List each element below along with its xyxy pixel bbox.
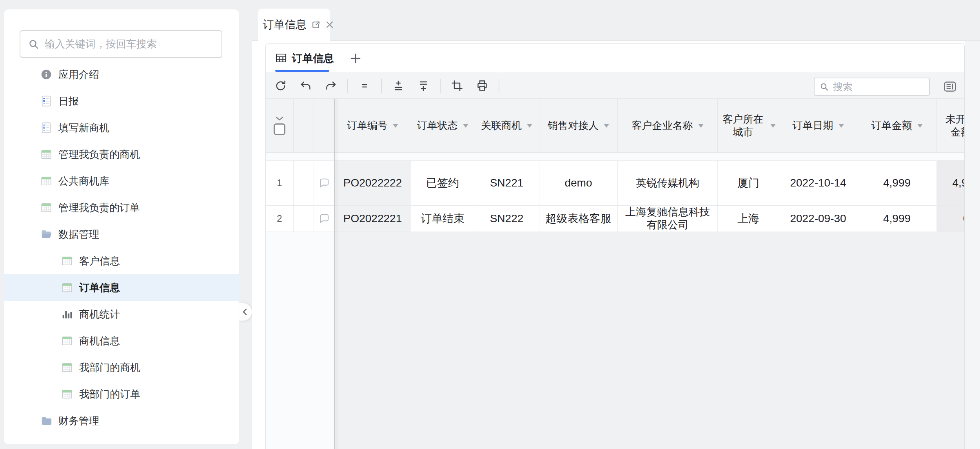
column-header-uninvoiced-amount[interactable]: 未开票金额	[937, 99, 965, 153]
frozen-row-gap	[266, 153, 964, 161]
table-row: 2 PO2022221 订单结束 SN222 超级表格客服 上海复驰信息科技有限…	[266, 206, 964, 232]
sidebar-item-label: 我部门的订单	[79, 387, 140, 401]
data-grid: 订单编号 订单状态 关联商机 销售对接人 客户企业名称 客户所在城市	[266, 99, 964, 449]
column-header-city[interactable]: 客户所在城市	[718, 99, 779, 153]
cell-city[interactable]: 厦门	[718, 161, 779, 206]
sidebar-item-dept-opportunities[interactable]: 我部门的商机	[4, 354, 239, 381]
sidebar-item-opportunity-info[interactable]: 商机信息	[4, 328, 239, 354]
sidebar-item-order-info[interactable]: 订单信息	[4, 274, 239, 301]
cell-order-no[interactable]: PO2022222	[334, 161, 411, 206]
sidebar-item-daily-report[interactable]: 日报	[4, 88, 239, 114]
sidebar-item-label: 数据管理	[58, 228, 99, 241]
crop-button[interactable]	[448, 77, 466, 94]
column-header-opportunity[interactable]: 关联商机	[474, 99, 539, 153]
refresh-button[interactable]	[272, 77, 289, 94]
insert-row-below-button[interactable]	[415, 77, 432, 94]
header-row: 订单编号 订单状态 关联商机 销售对接人 客户企业名称 客户所在城市	[266, 99, 964, 153]
cell-order-amount[interactable]: 4,999	[857, 161, 937, 206]
sidebar-item-customer-info[interactable]: 客户信息	[4, 248, 239, 274]
sidebar-search[interactable]	[20, 30, 222, 58]
table-icon	[60, 360, 74, 375]
sidebar-item-my-opportunities[interactable]: 管理我负责的商机	[4, 141, 239, 168]
table-icon	[39, 201, 53, 215]
sheet-tab-label: 订单信息	[292, 51, 334, 65]
sheet-tab-bar: 订单信息	[266, 44, 964, 73]
column-header-order-no[interactable]: 订单编号	[334, 99, 411, 153]
table-icon	[39, 174, 53, 188]
close-icon[interactable]	[325, 20, 334, 29]
column-header-order-amount[interactable]: 订单金额	[857, 99, 937, 153]
insert-row-above-button[interactable]	[390, 77, 407, 94]
chevron-left-icon	[241, 308, 250, 316]
sidebar-item-label: 应用介绍	[58, 68, 99, 81]
cell-opportunity[interactable]: SN222	[474, 206, 539, 232]
open-in-new-icon[interactable]	[311, 20, 321, 30]
cell-order-status[interactable]: 已签约	[411, 161, 474, 206]
sidebar-item-data-management[interactable]: 数据管理	[4, 221, 239, 248]
cell-opportunity[interactable]: SN221	[474, 161, 539, 206]
cell-company[interactable]: 英锐传媒机构	[618, 161, 718, 206]
chevron-down-icon	[275, 116, 284, 121]
cell-uninvoiced-amount[interactable]: 0	[937, 206, 965, 232]
sidebar-item-label: 管理我负责的订单	[58, 201, 140, 215]
plus-icon	[350, 53, 361, 64]
expand-cell[interactable]	[294, 161, 314, 206]
sort-caret-icon	[463, 124, 468, 128]
select-all-header[interactable]	[266, 99, 294, 153]
window-tab-title: 订单信息	[263, 17, 307, 32]
cell-order-no[interactable]: PO2022221	[334, 206, 411, 232]
sidebar-search-input[interactable]	[45, 38, 221, 50]
folder-open-icon	[39, 227, 53, 241]
undo-button[interactable]	[297, 77, 314, 94]
formula-button[interactable]	[356, 77, 373, 94]
add-sheet-button[interactable]	[344, 44, 367, 72]
row-number[interactable]: 1	[266, 161, 294, 206]
column-header-order-date[interactable]: 订单日期	[779, 99, 857, 153]
sidebar-item-dept-orders[interactable]: 我部门的订单	[4, 381, 239, 407]
folder-icon	[39, 414, 53, 428]
cell-contact[interactable]: demo	[539, 161, 618, 206]
toolbar	[266, 73, 964, 99]
cell-order-amount[interactable]: 4,999	[857, 206, 937, 232]
print-button[interactable]	[474, 77, 491, 94]
select-all-checkbox[interactable]	[274, 123, 285, 135]
bar-chart-icon	[60, 307, 74, 321]
cell-order-date[interactable]: 2022-10-14	[779, 161, 857, 206]
sheet-grid-icon	[276, 53, 287, 63]
sidebar-item-finance-management[interactable]: 财务管理	[4, 407, 239, 434]
grid-search[interactable]	[814, 78, 930, 96]
sidebar-item-app-intro[interactable]: 应用介绍	[4, 61, 239, 88]
row-number[interactable]: 2	[266, 206, 294, 232]
column-header-order-status[interactable]: 订单状态	[411, 99, 474, 153]
cell-city[interactable]: 上海	[718, 206, 779, 232]
cell-uninvoiced-amount[interactable]: 4,999	[937, 161, 965, 206]
sidebar-item-my-orders[interactable]: 管理我负责的订单	[4, 194, 239, 221]
cell-company[interactable]: 上海复驰信息科技有限公司	[618, 206, 718, 232]
active-tab-underline	[275, 70, 329, 72]
sidebar-collapse-button[interactable]	[239, 303, 252, 321]
cell-contact[interactable]: 超级表格客服	[539, 206, 618, 232]
sort-caret-icon	[770, 124, 776, 128]
column-header-company[interactable]: 客户企业名称	[618, 99, 718, 153]
column-header-contact[interactable]: 销售对接人	[539, 99, 618, 153]
table-icon	[60, 281, 74, 295]
grid-search-input[interactable]	[833, 81, 929, 92]
table-icon	[60, 254, 74, 268]
sidebar-item-label: 商机统计	[79, 308, 120, 321]
expand-cell[interactable]	[294, 206, 314, 232]
sidebar-item-new-opportunity[interactable]: 填写新商机	[4, 114, 239, 141]
window-tab-order-info[interactable]: 订单信息	[258, 9, 330, 41]
cell-order-status[interactable]: 订单结束	[411, 206, 474, 232]
sidebar-item-label: 填写新商机	[58, 121, 109, 135]
sidebar-item-opportunity-stats[interactable]: 商机统计	[4, 301, 239, 328]
comment-cell[interactable]	[314, 206, 334, 232]
toolbar-divider	[381, 79, 382, 93]
cell-order-date[interactable]: 2022-09-30	[779, 206, 857, 232]
freeze-pane-divider[interactable]	[334, 99, 335, 449]
comment-cell[interactable]	[314, 161, 334, 206]
redo-button[interactable]	[322, 77, 339, 94]
sheet-tab-order-info[interactable]: 订单信息	[266, 44, 344, 72]
sidebar-item-public-pool[interactable]: 公共商机库	[4, 168, 239, 194]
record-list-icon[interactable]	[942, 78, 958, 95]
sort-caret-icon	[393, 124, 398, 128]
